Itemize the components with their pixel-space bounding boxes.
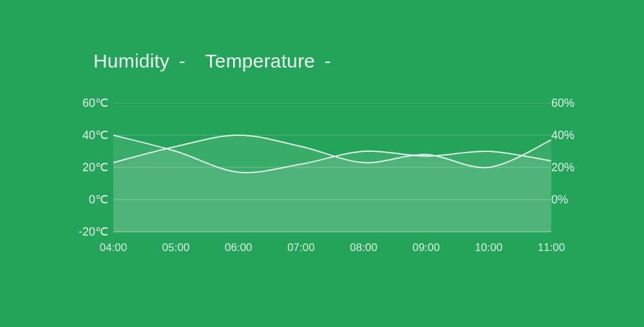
chart-svg xyxy=(113,103,551,238)
y-right-tick: 0% xyxy=(551,194,590,205)
legend-item-temperature: Temperature - xyxy=(205,50,331,72)
x-tick: 07:00 xyxy=(287,241,315,254)
chart-legend: Humidity - Temperature - xyxy=(93,50,345,72)
y-left-tick: 0℃ xyxy=(62,194,108,205)
chart-area: 60℃40℃20℃0℃-20℃ 60%40%20%0% 04:0005:0006… xyxy=(62,103,590,277)
legend-dash-icon: - xyxy=(179,50,185,72)
x-tick: 05:00 xyxy=(162,241,190,254)
x-tick: 11:00 xyxy=(538,241,565,254)
chart-card: Humidity - Temperature - 60℃40℃20℃0℃-20℃… xyxy=(0,0,644,327)
y-right-tick: 60% xyxy=(551,98,590,108)
x-tick: 08:00 xyxy=(350,241,377,254)
legend-dash-icon: - xyxy=(325,50,331,72)
y-left-tick: 60℃ xyxy=(62,98,108,108)
x-tick: 10:00 xyxy=(475,241,503,254)
y-left-tick: 40℃ xyxy=(62,130,108,140)
y-right-tick: 20% xyxy=(551,162,590,173)
series-area-temperature xyxy=(113,135,551,232)
legend-label-humidity: Humidity xyxy=(93,50,169,71)
x-tick: 09:00 xyxy=(412,241,440,254)
y-left-tick: -20℃ xyxy=(62,227,108,237)
x-tick: 04:00 xyxy=(100,241,128,254)
x-tick: 06:00 xyxy=(225,241,252,254)
legend-label-temperature: Temperature xyxy=(205,50,316,71)
y-right-tick: 40% xyxy=(551,130,590,140)
y-left-tick: 20℃ xyxy=(62,162,108,173)
legend-item-humidity: Humidity - xyxy=(93,50,185,72)
